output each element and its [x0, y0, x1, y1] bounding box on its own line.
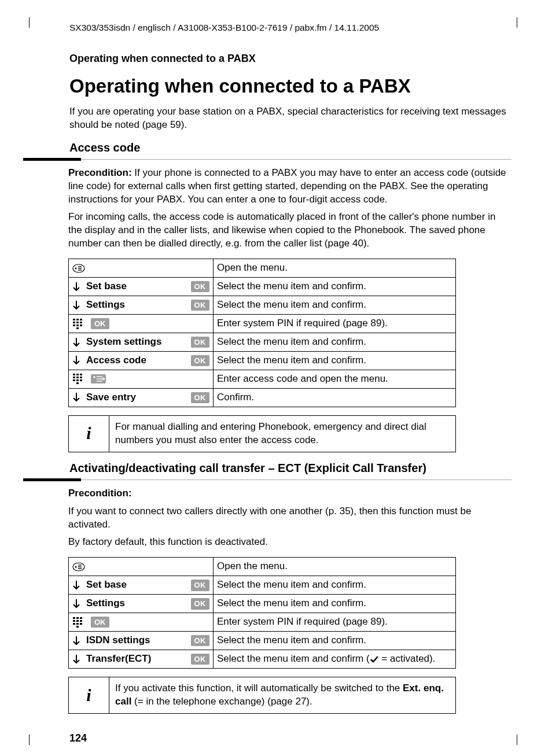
step-description: Enter system PIN if required (page 89). [214, 613, 456, 632]
section-rule [58, 478, 511, 481]
keypad-icon [72, 373, 85, 385]
svg-rect-53 [76, 626, 79, 628]
step-description: Confirm. [214, 388, 456, 407]
svg-rect-51 [76, 623, 79, 625]
table-row: System settingsOKSelect the menu item an… [69, 333, 456, 352]
options-icon [91, 374, 106, 383]
svg-rect-46 [80, 617, 82, 619]
keypad-icon [72, 318, 85, 330]
svg-rect-13 [73, 324, 75, 326]
table-row: Set baseOKSelect the menu item and confi… [69, 576, 456, 595]
section-access-code-heading: Access code [69, 140, 511, 156]
info-note-1: i For manual dialling and entering Phone… [68, 415, 456, 452]
table-row: Set baseOKSelect the menu item and confi… [69, 278, 456, 296]
info-note-2-text: If you activate this function, it will a… [109, 677, 456, 714]
menu-item-label: Set base [86, 578, 127, 592]
svg-rect-12 [80, 322, 82, 323]
page-title: Operating when connected to a PABX [69, 73, 511, 99]
svg-rect-9 [80, 319, 82, 320]
svg-rect-23 [76, 377, 79, 378]
table-row: Access codeOKSelect the menu item and co… [69, 351, 456, 370]
down-arrow-icon [72, 355, 80, 366]
svg-rect-25 [73, 379, 75, 381]
check-icon [370, 655, 379, 663]
page-number: 124 [69, 731, 511, 745]
ok-badge: OK [91, 617, 109, 628]
svg-rect-45 [76, 617, 79, 619]
svg-rect-28 [76, 382, 79, 384]
step-description: Select the menu item and confirm ( = act… [214, 650, 456, 669]
step-description: Select the menu item and confirm. [214, 576, 456, 595]
table-row: SettingsOKSelect the menu item and confi… [69, 296, 456, 315]
menu-item-label: Transfer(ECT) [86, 652, 151, 666]
step-description: Select the menu item and confirm. [214, 296, 456, 315]
step-description: Enter system PIN if required (page 89). [214, 315, 456, 333]
svg-rect-16 [76, 327, 79, 329]
menu-item-label: System settings [86, 335, 161, 349]
ect-paragraph-1: If you want to connect two callers direc… [68, 505, 511, 532]
ok-badge: OK [91, 318, 109, 330]
menu-item-label: ISDN settings [86, 634, 150, 647]
ok-badge: OK [191, 355, 210, 367]
info-note-2: i If you activate this function, it will… [68, 677, 456, 714]
step-description: Select the menu item and confirm. [214, 278, 456, 296]
menu-item-label: Settings [86, 597, 125, 610]
svg-rect-26 [76, 379, 79, 381]
ok-badge: OK [191, 635, 210, 647]
table-row: Transfer(ECT)OKSelect the menu item and … [69, 650, 456, 669]
running-head: Operating when connected to a PABX [69, 51, 511, 65]
down-arrow-icon [72, 392, 80, 403]
svg-rect-22 [73, 377, 75, 378]
table-row: Enter access code and open the menu. [69, 370, 456, 388]
table-row: Open the menu. [69, 259, 456, 278]
access-code-paragraph-2: For incoming calls, the access code is a… [68, 211, 511, 250]
menu-item-label: Save entry [86, 391, 136, 404]
ok-badge: OK [191, 300, 210, 311]
menu-icon [72, 562, 85, 571]
down-arrow-icon [72, 636, 80, 646]
down-arrow-icon [72, 580, 80, 591]
menu-item-label: Set base [86, 280, 127, 293]
step-description: Open the menu. [214, 259, 456, 278]
precondition-paragraph: Precondition: If your phone is connected… [68, 167, 511, 206]
step-description: Select the menu item and confirm. [214, 632, 456, 650]
down-arrow-icon [72, 599, 80, 609]
ok-badge: OK [191, 654, 210, 665]
svg-rect-21 [80, 374, 82, 375]
svg-rect-49 [80, 620, 82, 622]
menu-table-access-code: Open the menu.Set baseOKSelect the menu … [68, 259, 456, 407]
svg-rect-10 [73, 322, 75, 323]
menu-icon [72, 264, 85, 273]
section-ect-heading: Activating/deactivating call transfer – … [69, 460, 511, 476]
svg-rect-27 [80, 379, 82, 381]
svg-rect-14 [76, 324, 79, 326]
keypad-icon [72, 617, 85, 628]
header-path: SX303/353isdn / englisch / A31008-X353-B… [58, 22, 511, 34]
svg-rect-8 [76, 319, 79, 320]
svg-rect-44 [73, 617, 75, 619]
table-row: SettingsOKSelect the menu item and confi… [69, 595, 456, 613]
svg-rect-15 [80, 324, 82, 326]
step-description: Enter access code and open the menu. [214, 370, 456, 388]
info-icon: i [69, 415, 109, 452]
svg-rect-11 [76, 322, 79, 323]
ok-badge: OK [191, 392, 210, 404]
info-note-1-text: For manual dialling and entering Phonebo… [109, 415, 456, 452]
step-description: Select the menu item and confirm. [214, 595, 456, 613]
svg-rect-47 [73, 620, 75, 622]
svg-rect-7 [73, 319, 75, 320]
table-row: OKEnter system PIN if required (page 89)… [69, 315, 456, 333]
svg-rect-24 [80, 377, 82, 378]
svg-point-38 [75, 566, 77, 567]
down-arrow-icon [72, 654, 80, 665]
step-description: Select the menu item and confirm. [214, 333, 456, 352]
down-arrow-icon [72, 282, 80, 292]
menu-item-label: Access code [86, 354, 146, 367]
svg-rect-48 [76, 620, 79, 622]
menu-table-ect: Open the menu.Set baseOKSelect the menu … [68, 557, 456, 669]
svg-rect-19 [73, 374, 75, 375]
svg-rect-50 [73, 623, 75, 625]
down-arrow-icon [72, 300, 80, 311]
info-icon: i [69, 677, 109, 714]
precondition-label-2: Precondition: [68, 487, 511, 500]
